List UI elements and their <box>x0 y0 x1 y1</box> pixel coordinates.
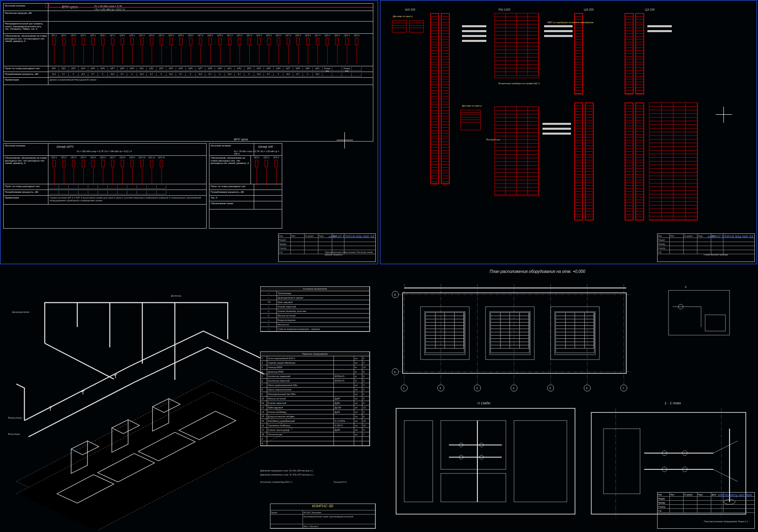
pressure-note-0: Давление природного газа -20 кПа (200 мм… <box>260 469 313 472</box>
breaker: QF2-1 <box>59 35 69 45</box>
sensor-box-2 <box>409 20 424 33</box>
panel-lab-3: ЦЭ 220 <box>645 8 655 11</box>
module-block-2 <box>494 107 539 196</box>
breaker: QF2-2 <box>147 35 157 45</box>
svg-rect-59 <box>603 429 640 494</box>
breaker: QF3-2 <box>157 35 166 45</box>
sheet-label: Лист 1 Листов 2 <box>303 524 375 528</box>
titleblock: АЮ2 07.570518.006.000.33 ИзмЛист№ докумП… <box>278 233 376 262</box>
sub-table-1: Шкаф ШР2 Ру = 200 кВт cosφ = 0,78 I Ру =… <box>3 143 207 229</box>
anno-3: Датчики по месту <box>462 105 482 107</box>
breaker: QF9-3 <box>303 35 313 45</box>
breaker: QF4-1 <box>78 35 88 45</box>
breaker: QF3-1 <box>69 35 78 45</box>
rowlab-0: Источник питания <box>4 4 48 11</box>
anno-1: Вторичные приборы из шкафа ЩУ-1 <box>499 82 540 85</box>
terminal-strip-g <box>585 102 594 220</box>
section-note: Длина потребляемой Расходной В линии <box>48 78 373 85</box>
bus-bar <box>462 25 486 27</box>
sensor-box-3 <box>460 110 481 130</box>
rowlab-1: Расчетная нагрузка, кВт <box>4 11 48 21</box>
breaker: QF2-1 <box>49 157 59 167</box>
sub2-hdr: ВРУ цеха <box>234 138 248 142</box>
breaker: QF1-2 <box>137 35 147 45</box>
titleblock: 370757051у 001.000 ИзмЛист№ докумПодп.Да… <box>657 492 755 529</box>
sheet-equipment-plan: План расположения оборудования на отм. +… <box>380 266 757 531</box>
tb-title: Схема внешних проводок <box>704 253 753 256</box>
sheet-wiring-layout: ШЭ 220 РШ 1220 ЦЭ 220 ЦЭ 220 Датчики по … <box>380 0 757 264</box>
data-rows: Пункт по плану расходных силШР1ШР2ШР3ШР4… <box>4 66 373 78</box>
panel-lab-1: РШ 1220 <box>499 8 510 11</box>
breaker: QF5-3 <box>264 35 274 45</box>
svg-text:5: 5 <box>549 387 551 390</box>
terminal-strip-i <box>635 102 644 220</box>
boiler-unit-2 <box>490 312 529 353</box>
iso-label: Дымоход <box>171 294 181 297</box>
iso-label: Дымоудаление <box>12 311 29 313</box>
breaker: QF8-1 <box>118 35 127 45</box>
breaker: QF2-3 <box>235 35 244 45</box>
terminal-strip-f <box>574 102 583 220</box>
svg-rect-47 <box>404 421 433 502</box>
note-row: Примечание <box>4 78 48 85</box>
anno-0: Датчики по месту <box>393 15 413 17</box>
breaker: QF4-3 <box>254 35 264 45</box>
breaker: QF6-1 <box>98 35 108 45</box>
legend-title: Условные обозначения <box>261 287 370 291</box>
breaker: QF2-7 <box>108 157 118 167</box>
breaker: QF5-2 <box>176 35 186 45</box>
breaker: QF9-2 <box>215 35 225 45</box>
spec-table: Перечень оборудования 1Котел водогрейный… <box>260 351 370 446</box>
company-logo-text: КОМПАС-3D <box>270 504 375 510</box>
svg-text:4: 4 <box>513 387 514 390</box>
breaker: QF9-1 <box>127 35 137 45</box>
breaker: QF7-3 <box>283 35 293 45</box>
breaker: QF4-2 <box>166 35 176 45</box>
breaker: QF3-3 <box>271 157 281 167</box>
svg-rect-42 <box>669 290 730 335</box>
svg-text:7: 7 <box>623 387 624 390</box>
crosshair-icon <box>337 132 353 148</box>
breaker: QF3-4 <box>332 35 342 45</box>
breaker: QF6-2 <box>186 35 196 45</box>
svg-rect-50 <box>514 421 567 502</box>
boiler-unit-3 <box>555 312 595 353</box>
svg-text:1: 1 <box>403 387 405 390</box>
breaker: QF2-8 <box>118 157 127 167</box>
titleblock: КОМПАС-3D ПроектАК ЕЭС Электрика Аксоном… <box>270 504 376 529</box>
module-block-1 <box>494 13 539 78</box>
iso-label: Вывод воды <box>8 416 22 419</box>
breaker: QF3-1 <box>252 157 261 167</box>
breaker: QF2-4 <box>78 157 88 167</box>
svg-rect-43 <box>705 315 725 331</box>
breaker: QF8-3 <box>293 35 303 45</box>
drawing-code: АЮ2 07.570518.004.000.33 <box>707 235 753 239</box>
rowlab-3: Обозначение, обозначение на плане расход… <box>4 34 48 66</box>
breaker: QF8-2 <box>205 35 215 45</box>
tb-title: План расположения оборудования. Разрез 1… <box>704 520 753 523</box>
crosshair-icon <box>716 107 732 123</box>
svg-text:А сзади: А сзади <box>477 401 490 405</box>
breaker: QF3-3 <box>244 35 254 45</box>
breaker: QF3-2 <box>261 157 271 167</box>
pressure-note-1: Давление сжиженного газа -37 кПа (370 мм… <box>260 473 314 476</box>
boiler-note: Котельная типовая Буд-005 к.ч <box>260 481 292 483</box>
svg-text:1 - 1 план: 1 - 1 план <box>664 401 681 405</box>
busbar <box>48 7 373 8</box>
breaker: QF4-4 <box>342 35 352 45</box>
breaker: QF7-1 <box>108 35 118 45</box>
drawing-code: АЮ2 07.570518.006.000.33 <box>328 235 374 239</box>
terminal-strip-b <box>441 13 450 184</box>
terminal-strip-h <box>625 102 634 220</box>
rowlab-2: Распределительный щит (панель, пункт), р… <box>4 22 48 33</box>
iso-label: Вход воды <box>8 433 20 435</box>
svg-rect-49 <box>441 473 506 502</box>
svg-text:А: А <box>394 293 396 296</box>
breaker: QF2-4 <box>322 35 332 45</box>
main-table: Источник питания Расчетная нагрузка, кВт… <box>3 3 373 142</box>
drawing-code: 370757051у 001.000 <box>717 493 752 497</box>
breaker: QF1-3 <box>225 35 235 45</box>
sheet-electrical-schema: ВРУ цеха Ру = 96 кВт cosφ = 0,78 I Ру = … <box>0 0 378 264</box>
svg-text:3: 3 <box>476 387 478 390</box>
breaker-row-sub1: QF2-1QF2-2QF2-3QF2-4QF2-5QF2-6QF2-7QF2-8… <box>49 157 205 167</box>
